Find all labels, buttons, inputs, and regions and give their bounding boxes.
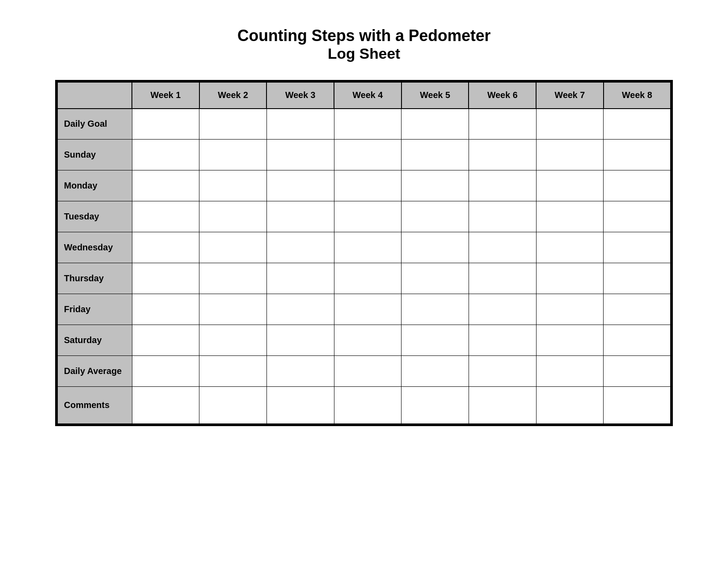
cell-monday-w6[interactable] [469, 170, 536, 201]
cell-daily-goal-w4[interactable] [334, 109, 402, 140]
cell-daily-goal-w1[interactable] [132, 109, 199, 140]
cell-saturday-w4[interactable] [334, 325, 402, 356]
cell-saturday-w8[interactable] [604, 325, 671, 356]
cell-sunday-w4[interactable] [334, 140, 402, 170]
cell-friday-w2[interactable] [199, 294, 267, 325]
cell-thursday-w4[interactable] [334, 263, 402, 294]
row-friday: Friday [57, 294, 671, 325]
log-table-container: Week 1 Week 2 Week 3 Week 4 Week 5 Week … [55, 80, 673, 426]
cell-sunday-w5[interactable] [402, 140, 469, 170]
cell-daily-avg-w5[interactable] [402, 356, 469, 387]
label-wednesday: Wednesday [57, 232, 132, 263]
row-daily-goal: Daily Goal [57, 109, 671, 140]
cell-daily-avg-w6[interactable] [469, 356, 536, 387]
cell-sunday-w1[interactable] [132, 140, 199, 170]
cell-wednesday-w5[interactable] [402, 232, 469, 263]
cell-daily-goal-w3[interactable] [266, 109, 334, 140]
cell-daily-goal-w5[interactable] [402, 109, 469, 140]
cell-comments-w8[interactable] [604, 387, 671, 424]
cell-tuesday-w6[interactable] [469, 201, 536, 232]
cell-monday-w1[interactable] [132, 170, 199, 201]
header-week-2: Week 2 [199, 82, 267, 109]
cell-daily-goal-w7[interactable] [536, 109, 604, 140]
cell-wednesday-w3[interactable] [266, 232, 334, 263]
cell-comments-w1[interactable] [132, 387, 199, 424]
row-tuesday: Tuesday [57, 201, 671, 232]
label-daily-goal: Daily Goal [57, 109, 132, 140]
cell-monday-w8[interactable] [604, 170, 671, 201]
cell-tuesday-w5[interactable] [402, 201, 469, 232]
cell-monday-w5[interactable] [402, 170, 469, 201]
cell-friday-w6[interactable] [469, 294, 536, 325]
sub-title: Log Sheet [237, 45, 491, 62]
cell-tuesday-w1[interactable] [132, 201, 199, 232]
cell-saturday-w5[interactable] [402, 325, 469, 356]
cell-thursday-w7[interactable] [536, 263, 604, 294]
cell-sunday-w6[interactable] [469, 140, 536, 170]
cell-comments-w5[interactable] [402, 387, 469, 424]
cell-daily-avg-w2[interactable] [199, 356, 267, 387]
cell-tuesday-w4[interactable] [334, 201, 402, 232]
cell-sunday-w2[interactable] [199, 140, 267, 170]
cell-friday-w5[interactable] [402, 294, 469, 325]
cell-wednesday-w8[interactable] [604, 232, 671, 263]
cell-sunday-w3[interactable] [266, 140, 334, 170]
cell-sunday-w7[interactable] [536, 140, 604, 170]
cell-comments-w2[interactable] [199, 387, 267, 424]
cell-comments-w6[interactable] [469, 387, 536, 424]
label-tuesday: Tuesday [57, 201, 132, 232]
cell-friday-w7[interactable] [536, 294, 604, 325]
cell-friday-w4[interactable] [334, 294, 402, 325]
cell-daily-avg-w4[interactable] [334, 356, 402, 387]
cell-daily-goal-w6[interactable] [469, 109, 536, 140]
cell-monday-w4[interactable] [334, 170, 402, 201]
cell-thursday-w8[interactable] [604, 263, 671, 294]
cell-comments-w3[interactable] [266, 387, 334, 424]
header-week-3: Week 3 [266, 82, 334, 109]
cell-monday-w3[interactable] [266, 170, 334, 201]
label-daily-average: Daily Average [57, 356, 132, 387]
cell-saturday-w3[interactable] [266, 325, 334, 356]
row-saturday: Saturday [57, 325, 671, 356]
cell-friday-w8[interactable] [604, 294, 671, 325]
cell-wednesday-w7[interactable] [536, 232, 604, 263]
cell-thursday-w5[interactable] [402, 263, 469, 294]
cell-tuesday-w3[interactable] [266, 201, 334, 232]
cell-monday-w2[interactable] [199, 170, 267, 201]
cell-monday-w7[interactable] [536, 170, 604, 201]
cell-thursday-w6[interactable] [469, 263, 536, 294]
header-week-7: Week 7 [536, 82, 604, 109]
cell-wednesday-w2[interactable] [199, 232, 267, 263]
cell-daily-goal-w8[interactable] [604, 109, 671, 140]
cell-thursday-w2[interactable] [199, 263, 267, 294]
label-monday: Monday [57, 170, 132, 201]
row-monday: Monday [57, 170, 671, 201]
cell-sunday-w8[interactable] [604, 140, 671, 170]
cell-friday-w3[interactable] [266, 294, 334, 325]
page-title: Counting Steps with a Pedometer Log Shee… [237, 26, 491, 62]
cell-comments-w7[interactable] [536, 387, 604, 424]
cell-saturday-w1[interactable] [132, 325, 199, 356]
cell-comments-w4[interactable] [334, 387, 402, 424]
cell-friday-w1[interactable] [132, 294, 199, 325]
header-week-8: Week 8 [604, 82, 671, 109]
cell-saturday-w2[interactable] [199, 325, 267, 356]
cell-saturday-w7[interactable] [536, 325, 604, 356]
cell-daily-avg-w7[interactable] [536, 356, 604, 387]
cell-tuesday-w2[interactable] [199, 201, 267, 232]
header-week-6: Week 6 [469, 82, 536, 109]
cell-daily-avg-w1[interactable] [132, 356, 199, 387]
table-header-row: Week 1 Week 2 Week 3 Week 4 Week 5 Week … [57, 82, 671, 109]
cell-saturday-w6[interactable] [469, 325, 536, 356]
cell-thursday-w1[interactable] [132, 263, 199, 294]
cell-wednesday-w1[interactable] [132, 232, 199, 263]
cell-daily-avg-w8[interactable] [604, 356, 671, 387]
row-wednesday: Wednesday [57, 232, 671, 263]
cell-daily-avg-w3[interactable] [266, 356, 334, 387]
cell-tuesday-w7[interactable] [536, 201, 604, 232]
cell-daily-goal-w2[interactable] [199, 109, 267, 140]
cell-wednesday-w6[interactable] [469, 232, 536, 263]
cell-tuesday-w8[interactable] [604, 201, 671, 232]
cell-wednesday-w4[interactable] [334, 232, 402, 263]
cell-thursday-w3[interactable] [266, 263, 334, 294]
